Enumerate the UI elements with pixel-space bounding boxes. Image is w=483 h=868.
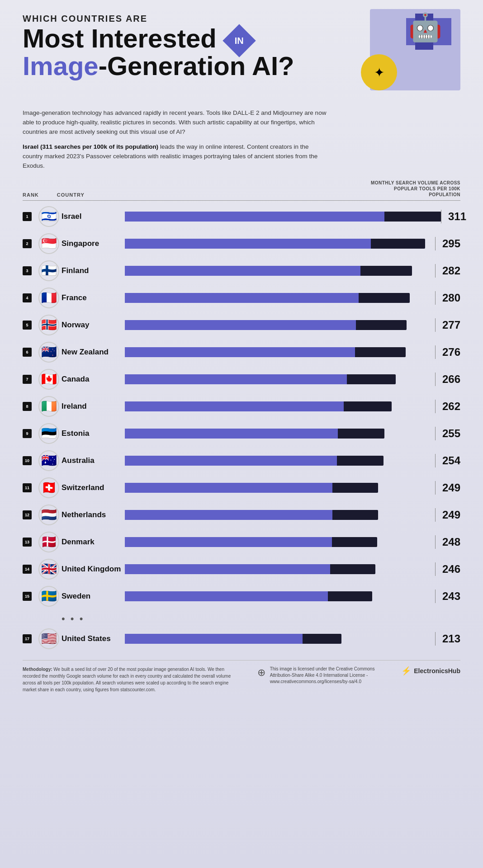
rank-col: 14 (23, 565, 36, 574)
description-text-1: Image-generation technology has advanced… (23, 108, 330, 137)
country-name: Switzerland (62, 483, 104, 492)
bar-line (435, 481, 436, 495)
rank-col: 2 (23, 239, 36, 248)
bar-col (125, 456, 436, 466)
bar-line (435, 264, 436, 278)
rank-col: 12 (23, 510, 36, 519)
bar-value: 295 (442, 237, 460, 250)
country-name-col: Switzerland (62, 483, 125, 492)
bar-value: 249 (442, 481, 460, 494)
rank-col: 1 (23, 212, 36, 221)
rank-badge: 3 (23, 266, 32, 275)
country-name: France (62, 293, 87, 302)
country-name-col: Singapore (62, 239, 125, 248)
bar-col (125, 239, 436, 249)
bar-line (435, 400, 436, 413)
flag-circle: 🇳🇴 (38, 315, 59, 335)
country-name: United Kingdom (62, 565, 121, 573)
description-text-2: Israel (311 searches per 100k of its pop… (23, 142, 330, 171)
chart-row: 6 🇳🇿 New Zealand 276 (23, 340, 460, 364)
bar-value: 277 (442, 319, 460, 331)
rank-col: 11 (23, 483, 36, 492)
bar-purple (125, 374, 347, 384)
bar-value: 246 (442, 563, 460, 575)
chart-row: 1 🇮🇱 Israel 311 (23, 204, 460, 229)
country-name-col: Ireland (62, 402, 125, 411)
bar-dark (355, 347, 406, 357)
bar-col (125, 266, 436, 276)
rank-col: 6 (23, 348, 36, 357)
country-name-col: France (62, 293, 125, 302)
illus-figure: 🤖 (408, 11, 442, 43)
flag-col: 🇬🇧 (36, 559, 62, 580)
value-col: 295 (436, 237, 460, 250)
footer-license: ⊕ This image is licensed under the Creat… (257, 666, 384, 685)
bar-purple (125, 483, 332, 493)
bar-value: 280 (442, 292, 460, 304)
bar-purple (125, 537, 332, 547)
flag-circle: 🇮🇱 (38, 206, 59, 227)
value-col: 255 (436, 427, 460, 440)
rank-badge: 8 (23, 402, 32, 411)
bar-col (125, 293, 436, 303)
bar-col (125, 429, 436, 439)
header-text: WHICH COUNTRIES ARE Most Interested IN I… (23, 14, 343, 80)
country-name-col: Israel (62, 212, 125, 221)
bar-value: 282 (442, 264, 460, 277)
chart-row: 9 🇪🇪 Estonia 255 (23, 421, 460, 446)
bar-col (125, 374, 436, 384)
flag-col: 🇸🇬 (36, 233, 62, 254)
rank-badge: 2 (23, 239, 32, 248)
cc-icon: ⊕ (257, 666, 265, 680)
bar-dark (303, 634, 341, 644)
bar-dark (360, 266, 412, 276)
rank-badge: 13 (23, 538, 32, 547)
country-name: New Zealand (62, 348, 109, 356)
flag-col: 🇳🇱 (36, 505, 62, 525)
rank-badge: 12 (23, 510, 32, 519)
bar-value: 276 (442, 346, 460, 358)
country-name: Singapore (62, 239, 99, 248)
value-col: 249 (436, 509, 460, 521)
flag-col: 🇪🇪 (36, 423, 62, 444)
col-country-label: COUNTRY (57, 192, 85, 198)
methodology-text: We built a seed list of over 20 of the m… (23, 667, 231, 692)
col-rank-label: RANK (23, 192, 39, 198)
brand-e-icon: ⚡ (401, 666, 411, 676)
bar-line (441, 210, 441, 223)
rank-col: 4 (23, 293, 36, 302)
rank-badge: 5 (23, 321, 32, 330)
bar-line (435, 291, 436, 305)
bar-value: 213 (442, 632, 460, 645)
chart-row: 3 🇫🇮 Finland 282 (23, 259, 460, 283)
title-main: Most Interested IN Image-Generation AI? (23, 25, 343, 80)
bar-col (125, 212, 441, 222)
title-line2-rest: -Generation AI? (99, 51, 294, 80)
bar-value: 249 (442, 509, 460, 521)
rank-col: 15 (23, 592, 36, 601)
chart-header: RANK COUNTRY MONTHLY SEARCH VOLUME ACROS… (23, 180, 460, 201)
flag-col: 🇫🇮 (36, 260, 62, 281)
col-labels-left: RANK COUNTRY (23, 192, 85, 198)
country-name: Denmark (62, 538, 95, 546)
value-col: 282 (436, 264, 460, 277)
illustration-container: ✦ 🤖 (343, 9, 460, 99)
bar-purple (125, 510, 332, 520)
bar-dark (344, 401, 392, 411)
bar-value: 255 (442, 427, 460, 439)
value-col: 254 (436, 454, 460, 467)
chart-section: RANK COUNTRY MONTHLY SEARCH VOLUME ACROS… (23, 180, 460, 651)
bar-value: 311 (448, 210, 466, 222)
bar-line (435, 562, 436, 576)
flag-circle: 🇨🇦 (38, 369, 59, 390)
rank-badge: 7 (23, 375, 32, 384)
bar-line (435, 632, 436, 646)
subtitle: WHICH COUNTRIES ARE (23, 14, 343, 24)
country-name: Norway (62, 321, 89, 329)
country-name: United States (62, 634, 111, 643)
country-name: Ireland (62, 402, 87, 410)
bar-purple (125, 591, 328, 601)
footer-brand: ⚡ ElectronicsHub (401, 666, 460, 676)
bar-dark (347, 374, 396, 384)
bar-purple (125, 347, 355, 357)
